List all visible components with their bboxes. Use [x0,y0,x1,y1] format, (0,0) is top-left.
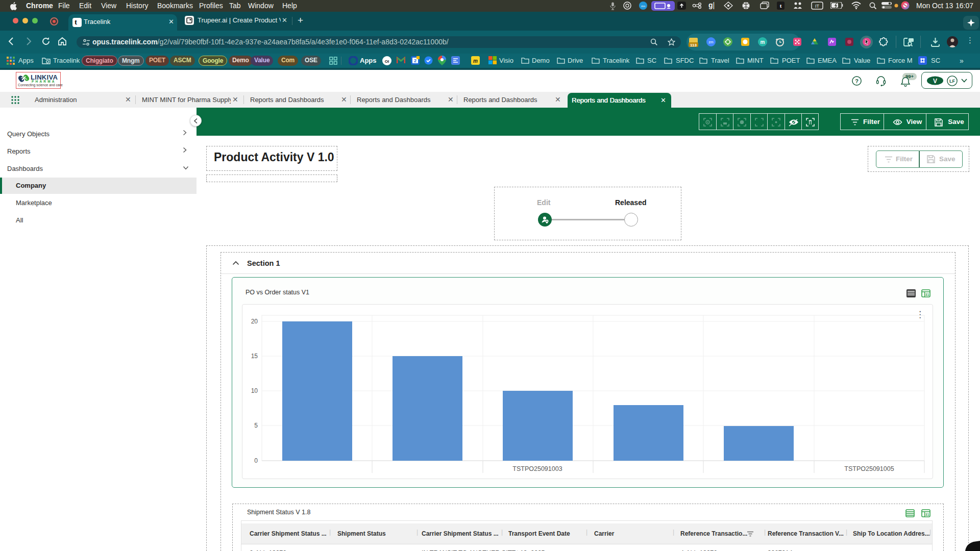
svg-text:20: 20 [251,318,258,325]
svg-text:m: m [473,58,478,64]
svg-text:31: 31 [925,293,929,296]
svg-text:31: 31 [925,513,929,516]
svg-text:5: 5 [254,422,258,429]
svg-text:113: 113 [690,43,697,47]
svg-text:10: 10 [251,387,258,394]
svg-text:t: t [780,3,782,9]
svg-text:m: m [761,39,765,45]
svg-text:OI: OI [385,59,389,64]
svg-text:0: 0 [254,457,258,464]
svg-text:zm: zm [641,5,645,8]
svg-text:zm: zm [708,40,714,44]
svg-text:2: 2 [414,58,416,63]
svg-text:TSTPO25091003: TSTPO25091003 [512,465,562,472]
svg-text:V: V [933,78,937,85]
svg-text:15: 15 [251,353,258,360]
svg-text:IT: IT [815,4,820,9]
svg-text:?: ? [855,78,859,84]
svg-text:TSTPO25091005: TSTPO25091005 [844,465,894,472]
svg-text:LF: LF [949,79,955,84]
